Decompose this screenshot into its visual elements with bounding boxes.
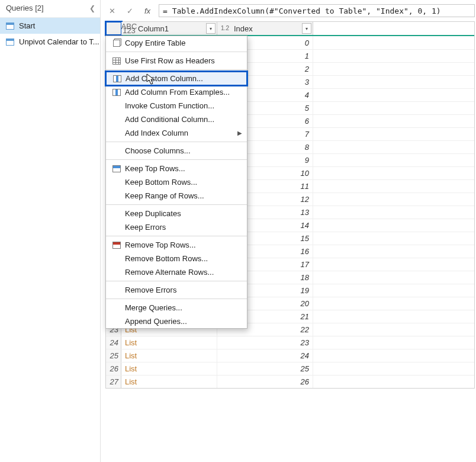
- menu-item-keep-top-rows[interactable]: Keep Top Rows...: [106, 162, 247, 175]
- column-name: Index: [233, 24, 253, 33]
- datatype-any-icon[interactable]: ABC123: [124, 24, 134, 33]
- column-filter-drop-icon[interactable]: ▾: [302, 23, 311, 34]
- removetop-icon: [111, 242, 123, 249]
- menu-separator: [106, 69, 247, 70]
- query-item-unpivot[interactable]: Unpivot Calendar to T...: [0, 34, 100, 50]
- column-header-index[interactable]: 1.2 Index ▾: [217, 22, 313, 35]
- submenu-arrow-icon: ▶: [237, 130, 242, 136]
- menu-item-remove-bottom-rows[interactable]: Remove Bottom Rows...: [106, 252, 247, 265]
- queries-header: Queries [2] ❮: [0, 0, 100, 18]
- x-icon: ✕: [109, 7, 115, 15]
- menu-item-add-column-from-examples[interactable]: Add Column From Examples...: [106, 85, 247, 99]
- row-number-cell[interactable]: 27: [106, 376, 121, 388]
- menu-item-merge-queries[interactable]: Merge Queries...: [106, 301, 247, 315]
- row-number-cell[interactable]: 24: [106, 336, 121, 349]
- cell-column1[interactable]: List: [121, 362, 217, 375]
- menu-item-label: Keep Duplicates: [123, 209, 242, 218]
- cell-index[interactable]: 24: [217, 349, 313, 362]
- menu-item-label: Add Custom Column...: [123, 74, 242, 83]
- menu-item-add-custom-column[interactable]: Add Custom Column...: [105, 70, 248, 86]
- copy-icon: [111, 40, 123, 47]
- column-filter-drop-icon[interactable]: ▾: [206, 23, 216, 34]
- menu-item-label: Invoke Custom Function...: [123, 101, 242, 110]
- menu-item-label: Remove Errors: [123, 285, 242, 294]
- menu-item-copy-entire-table[interactable]: Copy Entire Table: [106, 36, 247, 50]
- column-headers: ABC123 Column1 ▾ 1.2 Index ▾: [106, 22, 474, 36]
- menu-separator: [106, 52, 247, 52]
- col-icon: [111, 75, 123, 82]
- list-link[interactable]: List: [125, 364, 137, 373]
- menu-item-label: Copy Entire Table: [123, 38, 242, 47]
- menu-item-label: Add Index Column: [123, 129, 237, 137]
- column-header-column1[interactable]: ABC123 Column1 ▾: [121, 22, 217, 35]
- list-link[interactable]: List: [125, 377, 137, 386]
- menu-item-label: Add Column From Examples...: [123, 88, 242, 97]
- table-corner-button[interactable]: [106, 22, 121, 35]
- menu-item-label: Keep Bottom Rows...: [123, 178, 242, 187]
- menu-item-label: Use First Row as Headers: [123, 56, 242, 65]
- menu-item-label: Append Queries...: [123, 317, 242, 326]
- query-item-label: Unpivot Calendar to T...: [19, 37, 99, 46]
- menu-separator: [106, 142, 247, 142]
- table-row[interactable]: 26List25: [106, 362, 474, 375]
- queries-panel: Queries [2] ❮ Start Unpivot Calendar to …: [0, 0, 101, 462]
- collapse-panel-icon[interactable]: ❮: [89, 4, 95, 12]
- row-number-cell[interactable]: 25: [106, 349, 121, 362]
- menu-item-label: Keep Top Rows...: [123, 164, 242, 173]
- table-row[interactable]: 25List24: [106, 349, 474, 362]
- formula-bar: ✕ ✓ fx: [105, 4, 475, 18]
- cell-column1[interactable]: List: [121, 336, 217, 349]
- cancel-formula-button[interactable]: ✕: [105, 4, 118, 17]
- cell-index[interactable]: 23: [217, 336, 313, 349]
- menu-item-choose-columns[interactable]: Choose Columns...: [106, 144, 247, 158]
- menu-separator: [106, 281, 247, 281]
- menu-item-label: Remove Bottom Rows...: [123, 254, 242, 263]
- row-number-cell[interactable]: 26: [106, 362, 121, 375]
- formula-input[interactable]: [159, 4, 475, 17]
- menu-item-use-first-row-as-headers[interactable]: Use First Row as Headers: [106, 54, 247, 68]
- list-link[interactable]: List: [125, 338, 137, 347]
- menu-separator: [106, 236, 247, 236]
- keeptop-icon: [111, 165, 123, 172]
- menu-item-remove-alternate-rows[interactable]: Remove Alternate Rows...: [106, 265, 247, 279]
- fx-button[interactable]: fx: [141, 4, 154, 17]
- menu-item-append-queries[interactable]: Append Queries...: [106, 315, 247, 328]
- menu-item-label: Keep Range of Rows...: [123, 191, 242, 200]
- table-icon: [6, 23, 14, 30]
- cell-index[interactable]: 26: [217, 376, 313, 388]
- menu-item-label: Remove Top Rows...: [123, 240, 242, 249]
- menu-item-keep-bottom-rows[interactable]: Keep Bottom Rows...: [106, 175, 247, 189]
- cell-column1[interactable]: List: [121, 349, 217, 362]
- table-icon: [6, 38, 14, 46]
- menu-item-add-index-column[interactable]: Add Index Column▶: [106, 126, 247, 140]
- query-item-label: Start: [19, 21, 35, 30]
- table-row[interactable]: 24List23: [106, 336, 474, 349]
- menu-item-add-conditional-column[interactable]: Add Conditional Column...: [106, 113, 247, 126]
- check-icon: ✓: [127, 7, 133, 15]
- accept-formula-button[interactable]: ✓: [123, 4, 136, 17]
- menu-item-keep-range-of-rows[interactable]: Keep Range of Rows...: [106, 189, 247, 203]
- list-link[interactable]: List: [125, 351, 137, 360]
- table-row[interactable]: 27List26: [106, 375, 474, 388]
- menu-item-keep-errors[interactable]: Keep Errors: [106, 220, 247, 234]
- fx-icon: fx: [144, 7, 150, 15]
- column-name: Column1: [137, 24, 169, 33]
- table-context-menu: Copy Entire TableUse First Row as Header…: [105, 36, 247, 329]
- menu-item-label: Keep Errors: [123, 223, 242, 232]
- cell-column1[interactable]: List: [121, 376, 217, 388]
- menu-item-label: Add Conditional Column...: [123, 115, 242, 124]
- cell-index[interactable]: 25: [217, 362, 313, 375]
- menu-item-remove-top-rows[interactable]: Remove Top Rows...: [106, 238, 247, 252]
- menu-item-label: Remove Alternate Rows...: [123, 268, 242, 277]
- menu-separator: [106, 159, 247, 160]
- menu-item-label: Merge Queries...: [123, 303, 242, 312]
- datatype-decimal-icon[interactable]: 1.2: [220, 25, 230, 31]
- col-icon: [111, 89, 123, 96]
- queries-title: Queries [2]: [6, 4, 44, 12]
- menu-item-keep-duplicates[interactable]: Keep Duplicates: [106, 207, 247, 220]
- menu-separator: [106, 204, 247, 205]
- menu-item-invoke-custom-function[interactable]: Invoke Custom Function...: [106, 99, 247, 113]
- menu-item-remove-errors[interactable]: Remove Errors: [106, 283, 247, 297]
- menu-item-label: Choose Columns...: [123, 146, 242, 155]
- query-item-start[interactable]: Start: [0, 18, 100, 34]
